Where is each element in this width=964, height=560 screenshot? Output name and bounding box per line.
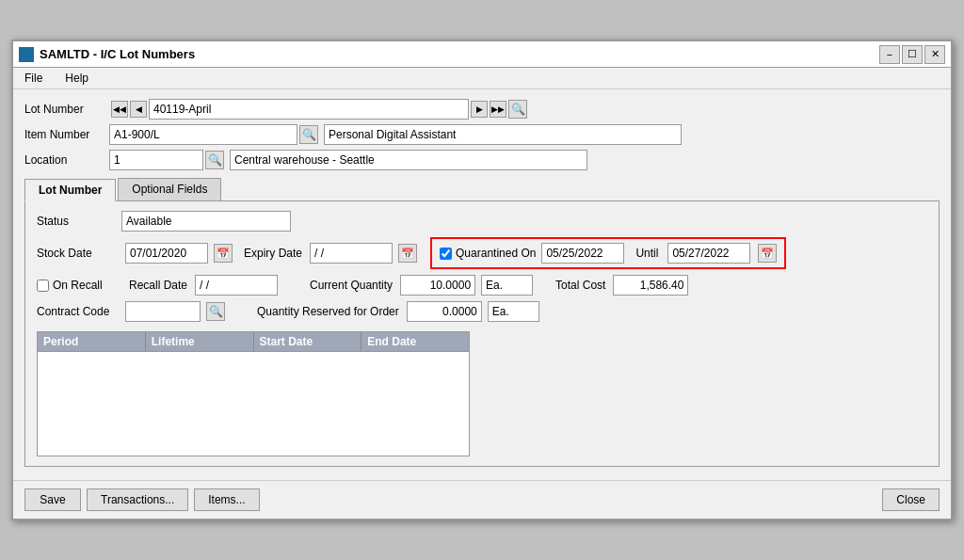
nav-last-button[interactable]: ▶▶ [490, 101, 506, 118]
stock-date-input[interactable] [125, 243, 208, 264]
item-number-row: Item Number 🔍 [24, 124, 940, 145]
location-input[interactable] [109, 150, 203, 170]
on-recall-label: On Recall [53, 279, 103, 292]
period-table: Period Lifetime Start Date End Date [37, 331, 470, 456]
on-recall-checkbox[interactable] [37, 280, 49, 292]
location-description-input [230, 150, 587, 170]
current-qty-unit-input [481, 275, 533, 296]
total-cost-label: Total Cost [555, 279, 605, 292]
location-label: Location [24, 153, 109, 167]
nav-prev-button[interactable]: ◀ [130, 101, 147, 118]
dates-row: Stock Date 📅 Expiry Date 📅 Quarantined O… [37, 237, 927, 269]
table-body [38, 352, 469, 456]
contract-reserved-row: Contract Code 🔍 Quantity Reserved for Or… [37, 301, 927, 322]
status-input[interactable] [121, 211, 291, 232]
items-button[interactable]: Items... [194, 488, 259, 511]
quarantined-on-checkbox-label[interactable]: Quarantined On [440, 247, 536, 260]
title-bar-left: SAMLTD - I/C Lot Numbers [19, 47, 195, 62]
nav-next-button[interactable]: ▶ [471, 101, 488, 118]
status-label: Status [37, 215, 121, 228]
save-button[interactable]: Save [24, 488, 81, 511]
close-button[interactable]: Close [882, 488, 940, 511]
contract-code-label: Contract Code [37, 305, 121, 318]
until-date-input[interactable] [667, 243, 750, 264]
col-period: Period [38, 332, 146, 351]
bottom-right-buttons: Close [882, 488, 940, 511]
menu-help[interactable]: Help [61, 70, 92, 87]
item-search-button[interactable]: 🔍 [299, 125, 318, 144]
quarantined-on-label: Quarantined On [456, 247, 536, 260]
reserved-qty-unit-input [488, 301, 539, 322]
until-date-calendar-button[interactable]: 📅 [758, 244, 777, 263]
bottom-left-buttons: Save Transactions... Items... [24, 488, 260, 511]
stock-date-calendar-button[interactable]: 📅 [214, 244, 233, 263]
contract-search-button[interactable]: 🔍 [206, 302, 225, 321]
title-bar-controls: − ☐ ✕ [879, 45, 945, 64]
total-cost-input [613, 275, 688, 296]
restore-button[interactable]: ☐ [902, 45, 923, 64]
contract-code-input[interactable] [125, 301, 201, 322]
reserved-qty-label: Quantity Reserved for Order [257, 305, 399, 318]
quarantined-on-checkbox[interactable] [440, 248, 452, 260]
tab-lot-number[interactable]: Lot Number [24, 179, 116, 201]
nav-first-button[interactable]: ◀◀ [111, 101, 128, 118]
recall-date-label: Recall Date [129, 279, 187, 292]
location-row: Location 🔍 [24, 150, 940, 170]
lot-nav-right: ▶ ▶▶ [471, 101, 506, 118]
on-recall-checkbox-label[interactable]: On Recall [37, 279, 121, 292]
form-content: Lot Number ◀◀ ◀ ▶ ▶▶ 🔍 Item Number 🔍 Loc… [13, 89, 951, 476]
tab-optional-fields[interactable]: Optional Fields [118, 178, 221, 200]
recall-date-input[interactable] [195, 275, 278, 296]
item-number-input[interactable] [109, 124, 297, 145]
expiry-date-label: Expiry Date [244, 247, 302, 260]
reserved-qty-input[interactable] [407, 301, 482, 322]
lot-nav-controls: ◀◀ ◀ [111, 101, 147, 118]
quarantined-on-date-input[interactable] [541, 243, 624, 264]
stock-date-label: Stock Date [37, 247, 121, 260]
window-title: SAMLTD - I/C Lot Numbers [40, 47, 195, 61]
until-label: Until [635, 247, 658, 260]
menu-bar: File Help [13, 68, 951, 89]
app-icon [19, 47, 34, 62]
menu-file[interactable]: File [21, 70, 46, 87]
tab-bar: Lot Number Optional Fields [24, 178, 940, 200]
minimize-button[interactable]: − [879, 45, 900, 64]
lot-search-button[interactable]: 🔍 [508, 100, 527, 119]
quarantine-box: Quarantined On Until 📅 [430, 237, 786, 269]
current-qty-input[interactable] [400, 275, 475, 296]
lot-number-label: Lot Number [24, 103, 109, 116]
expiry-date-input[interactable] [310, 243, 393, 264]
lot-number-row: Lot Number ◀◀ ◀ ▶ ▶▶ 🔍 [24, 99, 940, 120]
close-window-button[interactable]: ✕ [924, 45, 945, 64]
expiry-date-calendar-button[interactable]: 📅 [398, 244, 417, 263]
location-search-button[interactable]: 🔍 [205, 151, 224, 169]
col-end-date: End Date [362, 332, 469, 351]
title-bar: SAMLTD - I/C Lot Numbers − ☐ ✕ [13, 41, 951, 68]
bottom-bar: Save Transactions... Items... Close [13, 480, 951, 519]
tab-content: Status Stock Date 📅 Expiry Date 📅 Quaran… [24, 200, 940, 467]
recall-qty-row: On Recall Recall Date Current Quantity T… [37, 275, 927, 296]
col-start-date: Start Date [254, 332, 362, 351]
status-row: Status [37, 211, 927, 232]
item-number-label: Item Number [24, 128, 109, 141]
current-qty-label: Current Quantity [310, 279, 393, 292]
lot-number-input[interactable] [149, 99, 469, 120]
table-header: Period Lifetime Start Date End Date [38, 332, 469, 352]
main-window: SAMLTD - I/C Lot Numbers − ☐ ✕ File Help… [11, 40, 953, 520]
item-description-input [324, 124, 682, 145]
transactions-button[interactable]: Transactions... [87, 488, 188, 511]
col-lifetime: Lifetime [146, 332, 254, 351]
